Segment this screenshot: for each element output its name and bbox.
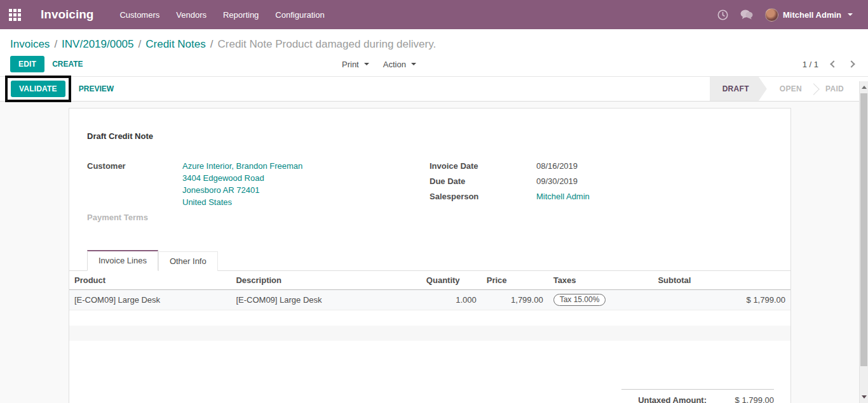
statusbar: VALIDATE PREVIEW DRAFT OPEN PAID [0,76,868,102]
app-name[interactable]: Invoicing [41,8,93,22]
grid-icon [9,9,21,21]
empty-line [69,310,790,326]
breadcrumb-credit-notes[interactable]: Credit Notes [146,38,205,50]
untaxed-amount-row: Untaxed Amount: $ 1,799.00 [621,393,774,403]
user-avatar [765,8,778,22]
validate-highlight-box: VALIDATE [5,76,71,102]
cell-quantity: 1.000 [421,290,482,310]
menu-reporting[interactable]: Reporting [215,0,267,29]
due-date-value: 09/30/2019 [536,175,578,187]
untaxed-amount-value: $ 1,799.00 [723,395,774,403]
validate-button[interactable]: VALIDATE [11,81,65,97]
customer-country-link[interactable]: United States [182,196,302,208]
caret-down-icon [411,63,416,65]
document-title: Draft Credit Note [69,131,790,141]
main-menu: Customers Vendors Reporting Configuratio… [111,0,332,29]
form-sheet: Draft Credit Note Customer Azure Interio… [69,108,791,403]
center-actions: Print Action [342,60,416,69]
cell-product: [E-COM09] Large Desk [69,290,231,310]
cell-description: [E-COM09] Large Desk [231,290,421,310]
apps-menu-button[interactable] [0,0,29,29]
cell-taxes: Tax 15.00% [548,290,653,310]
header-taxes: Taxes [548,271,653,290]
tab-other-info[interactable]: Other Info [158,251,218,271]
payment-terms-field: Payment Terms [87,211,417,223]
payment-terms-label: Payment Terms [87,211,182,223]
action-dropdown[interactable]: Action [383,60,416,69]
menu-vendors[interactable]: Vendors [168,0,215,29]
action-label: Action [383,60,406,69]
salesperson-link[interactable]: Mitchell Admin [536,190,590,202]
customer-label: Customer [87,160,182,208]
invoice-lines-table: Product Description Quantity Price Taxes… [69,271,790,356]
header-product: Product [69,271,231,290]
breadcrumb-separator: / [210,38,214,50]
customer-name-link[interactable]: Azure Interior, Brandon Freeman [182,160,302,172]
right-field-group: Invoice Date 08/16/2019 Due Date 09/30/2… [417,160,773,227]
untaxed-amount-label: Untaxed Amount: [621,395,723,403]
activity-button[interactable] [710,0,735,29]
menu-customers[interactable]: Customers [111,0,168,29]
chevron-right-icon[interactable] [848,60,855,67]
field-groups: Customer Azure Interior, Brandon Freeman… [69,160,790,227]
pager: 1 / 1 [803,60,854,69]
header-quantity: Quantity [421,271,482,290]
customer-address: Azure Interior, Brandon Freeman 3404 Edg… [182,160,302,208]
customer-city-link[interactable]: Jonesboro AR 72401 [182,184,302,196]
caret-down-icon [364,63,369,65]
header-subtotal: Subtotal [653,271,790,290]
status-steps: DRAFT OPEN PAID [710,77,857,101]
breadcrumb-separator: / [54,38,57,50]
scroll-down-arrow-icon[interactable] [862,395,867,399]
chat-bubbles-icon [740,10,753,20]
notebook-tabs: Invoice Lines Other Info [69,250,790,271]
header-price: Price [482,271,548,290]
menu-configuration[interactable]: Configuration [267,0,332,29]
scrollbar-thumb[interactable] [860,93,867,366]
header-description: Description [231,271,421,290]
messages-button[interactable] [735,0,759,29]
create-button[interactable]: CREATE [44,56,90,72]
totals-block: Untaxed Amount: $ 1,799.00 Tax: $ 269.85 [621,389,774,403]
chevron-left-icon[interactable] [830,60,837,67]
invoice-line-row[interactable]: [E-COM09] Large Desk [E-COM09] Large Des… [69,290,790,310]
vertical-scrollbar[interactable] [859,81,868,403]
salesperson-label: Salesperson [430,190,536,202]
customer-field: Customer Azure Interior, Brandon Freeman… [87,160,417,208]
salesperson-field: Salesperson Mitchell Admin [430,190,773,202]
tax-badge: Tax 15.00% [553,294,606,306]
caret-down-icon [848,13,853,16]
breadcrumb-current: Credit Note Product damaged during deliv… [217,38,436,50]
top-navbar: Invoicing Customers Vendors Reporting Co… [0,0,868,29]
user-name: Mitchell Admin [783,10,841,20]
invoice-date-value: 08/16/2019 [536,160,578,172]
pager-counter: 1 / 1 [803,60,818,69]
empty-line [69,341,790,356]
navbar-right: Mitchell Admin [710,0,868,29]
page: Invoicing Customers Vendors Reporting Co… [0,0,868,403]
left-field-group: Customer Azure Interior, Brandon Freeman… [87,160,417,227]
content-area: Draft Credit Note Customer Azure Interio… [0,102,868,403]
cell-subtotal: $ 1,799.00 [653,290,790,310]
breadcrumb-separator: / [139,38,142,50]
table-header-row: Product Description Quantity Price Taxes… [69,271,790,290]
customer-street-link[interactable]: 3404 Edgewood Road [182,172,302,184]
cell-price: 1,799.00 [482,290,548,310]
scroll-up-arrow-icon[interactable] [862,86,867,89]
due-date-field: Due Date 09/30/2019 [430,175,773,187]
breadcrumb-invoice-number[interactable]: INV/2019/0005 [62,38,133,50]
invoice-date-label: Invoice Date [430,160,536,172]
edit-button[interactable]: EDIT [10,56,44,72]
empty-line [69,326,790,341]
breadcrumb: Invoices/INV/2019/0005/Credit Notes/Cred… [0,29,868,52]
invoice-date-field: Invoice Date 08/16/2019 [430,160,773,172]
print-dropdown[interactable]: Print [342,60,369,69]
tab-invoice-lines[interactable]: Invoice Lines [87,250,158,271]
due-date-label: Due Date [430,175,536,187]
breadcrumb-invoices[interactable]: Invoices [10,38,50,50]
preview-button[interactable]: PREVIEW [71,81,121,97]
control-panel: EDIT CREATE Print Action 1 / 1 [0,52,868,76]
user-menu[interactable]: Mitchell Admin [759,0,859,29]
status-step-draft[interactable]: DRAFT [710,77,767,101]
print-label: Print [342,60,359,69]
